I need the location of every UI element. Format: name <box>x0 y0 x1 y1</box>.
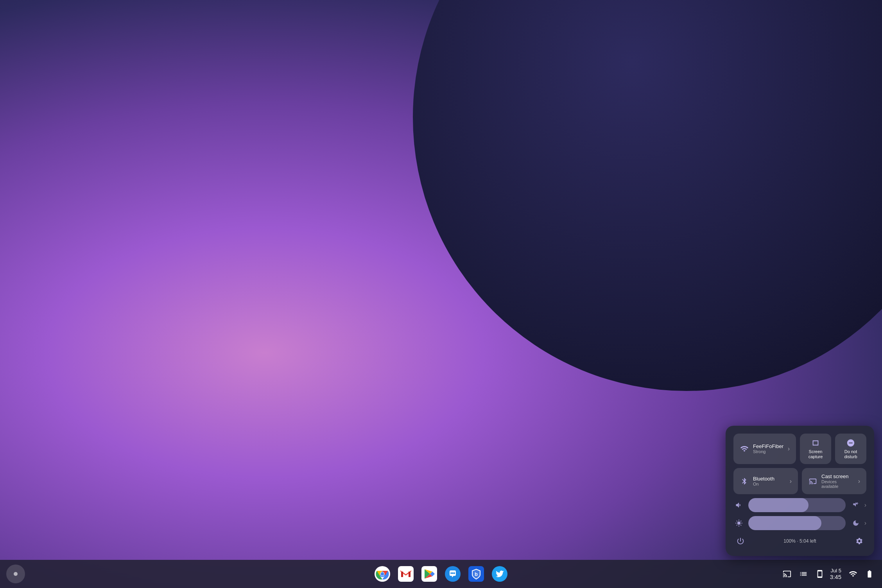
tray-date: Jul 5 <box>831 568 841 574</box>
tray-time: 3:45 <box>830 574 841 580</box>
quick-settings-panel: FeeFiFoFiber Strong › Screen capture <box>726 426 874 556</box>
cast-screen-tile-text: Cast screen Devices available <box>821 473 854 489</box>
wifi-sublabel: Strong <box>753 449 784 454</box>
taskbar-center: b <box>373 565 509 583</box>
screen-capture-label: Screen capture <box>808 449 823 459</box>
bluetooth-label: Bluetooth <box>753 476 786 482</box>
gmail-app-icon[interactable] <box>396 565 415 583</box>
brightness-slider-row: › <box>733 516 866 530</box>
volume-mute-toggle[interactable] <box>850 499 862 511</box>
bluetooth-tile[interactable]: Bluetooth On › <box>733 468 798 494</box>
svg-point-9 <box>450 572 452 574</box>
wifi-tile-text: FeeFiFoFiber Strong <box>753 443 784 454</box>
screen-capture-icon <box>811 438 820 448</box>
launcher-icon <box>14 572 18 576</box>
wifi-chevron-icon: › <box>788 445 790 452</box>
cast-screen-icon <box>808 477 817 486</box>
volume-slider-row: › <box>733 498 866 512</box>
volume-icon <box>733 500 744 511</box>
volume-slider-end: › <box>850 499 866 511</box>
brightness-slider-fill <box>748 516 821 530</box>
bluetooth-chevron-icon: › <box>790 478 792 485</box>
taskbar: b <box>0 560 882 588</box>
bluetooth-tile-text: Bluetooth On <box>753 476 786 486</box>
date-time-display[interactable]: Jul 5 3:45 <box>830 568 841 580</box>
brightness-chevron-icon[interactable]: › <box>864 520 866 527</box>
brightness-slider[interactable] <box>748 516 846 530</box>
svg-point-10 <box>452 572 454 574</box>
system-tray: Jul 5 3:45 <box>781 568 876 580</box>
play-app-icon[interactable] <box>420 565 439 583</box>
screen-capture-tile[interactable]: Screen capture <box>800 434 831 464</box>
do-not-disturb-tile[interactable]: Do not disturb <box>835 434 866 464</box>
do-not-disturb-icon <box>846 438 855 448</box>
night-mode-toggle[interactable] <box>850 517 862 529</box>
taskbar-left <box>6 565 25 583</box>
chrome-app-icon[interactable] <box>373 565 392 583</box>
tray-phone-icon[interactable] <box>814 568 826 580</box>
bluetooth-icon <box>740 477 749 486</box>
qs-bottom-bar: 100% · 5:04 left <box>733 534 866 548</box>
brightness-icon <box>733 518 744 529</box>
qs-row-2: Bluetooth On › Cast screen Devices avail… <box>733 468 866 494</box>
battery-status: 100% · 5:04 left <box>748 538 852 544</box>
cast-screen-sublabel: Devices available <box>821 479 854 489</box>
cast-screen-chevron-icon: › <box>858 478 860 485</box>
do-not-disturb-label: Do not disturb <box>844 449 857 459</box>
settings-button[interactable] <box>852 534 866 548</box>
wifi-icon <box>740 444 749 454</box>
svg-point-3 <box>381 572 384 576</box>
tray-battery-icon[interactable] <box>863 568 876 580</box>
meet-app-icon[interactable] <box>443 565 462 583</box>
volume-slider-fill <box>748 498 808 512</box>
tray-task-list-icon[interactable] <box>797 568 810 580</box>
cast-screen-tile[interactable]: Cast screen Devices available › <box>802 468 866 494</box>
qs-row-1: FeeFiFoFiber Strong › Screen capture <box>733 434 866 464</box>
bitwarden-app-icon[interactable]: b <box>467 565 486 583</box>
svg-point-11 <box>454 572 455 574</box>
volume-chevron-icon[interactable]: › <box>864 502 866 509</box>
tray-wifi-icon[interactable] <box>847 568 859 580</box>
wifi-tile[interactable]: FeeFiFoFiber Strong › <box>733 434 796 464</box>
launcher-button[interactable] <box>6 565 25 583</box>
bluetooth-sublabel: On <box>753 482 786 486</box>
cast-screen-label: Cast screen <box>821 473 854 479</box>
wifi-label: FeeFiFoFiber <box>753 443 784 449</box>
tray-screen-cast-icon[interactable] <box>781 568 793 580</box>
svg-text:b: b <box>475 571 478 577</box>
power-button[interactable] <box>733 534 748 548</box>
volume-slider[interactable] <box>748 498 846 512</box>
brightness-slider-end: › <box>850 517 866 529</box>
twitter-app-icon[interactable] <box>490 565 509 583</box>
